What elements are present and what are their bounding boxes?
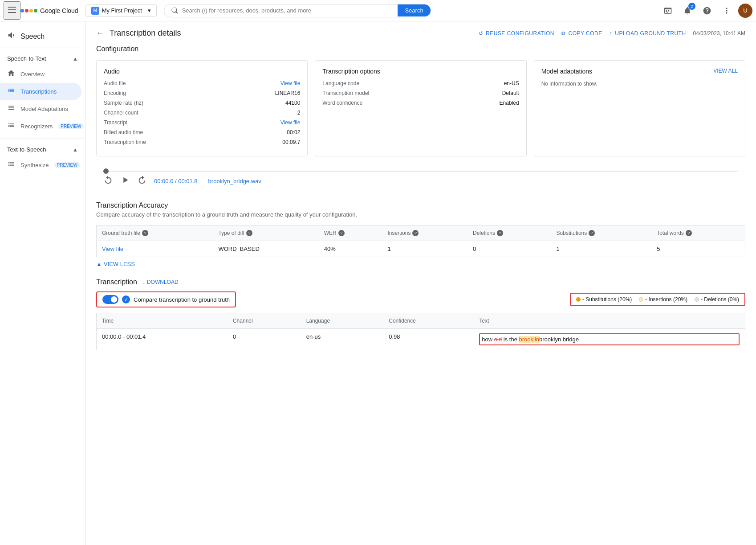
transcript-link[interactable]: View file — [280, 119, 300, 126]
google-cloud-logo: Google Cloud — [20, 7, 78, 14]
config-row-transcription-time: Transcription time 00:09.7 — [104, 139, 300, 145]
sidebar-app-name: Speech — [20, 33, 45, 41]
transcription-model-value: Default — [502, 90, 519, 96]
recognizers-icon — [7, 121, 15, 131]
search-button[interactable]: Search — [398, 4, 430, 16]
chevron-down-icon: ▾ — [148, 7, 151, 14]
channel-count-value: 2 — [297, 110, 301, 116]
substitutions-legend-label: - Substitutions (20%) — [582, 296, 632, 303]
accuracy-title: Transcription Accuracy — [96, 201, 745, 209]
channel-count-label: Channel count — [104, 110, 138, 116]
deletions-dot — [695, 297, 699, 302]
notifications-btn[interactable]: 2 — [679, 3, 695, 19]
total-words-help-icon[interactable]: ? — [686, 230, 692, 236]
nav-right: 2 U — [660, 3, 752, 19]
logo-text: Google Cloud — [40, 7, 78, 14]
row-channel: 0 — [228, 329, 301, 350]
text-how: how — [482, 336, 494, 343]
header-actions: ↺ REUSE CONFIGURATION ⧉ COPY CODE ↑ UPLO… — [479, 30, 745, 37]
view-all-button[interactable]: VIEW ALL — [713, 68, 738, 74]
no-info-text: No information to show. — [541, 81, 597, 87]
sidebar-item-label-transcriptions: Transcriptions — [20, 88, 57, 95]
project-avatar: M — [91, 7, 99, 15]
model-adaptations-title: Model adaptations — [541, 68, 738, 75]
sidebar-app-header: Speech — [0, 25, 85, 48]
text-to-speech-section[interactable]: Text-to-Speech ▲ — [0, 143, 85, 156]
sidebar: Speech Speech-to-Text ▲ Overview Transcr… — [0, 21, 85, 545]
insertions-help-icon[interactable]: ? — [412, 230, 419, 236]
download-label: DOWNLOAD — [147, 279, 179, 285]
upload-ground-truth-btn[interactable]: ↑ UPLOAD GROUND TRUTH — [610, 30, 686, 37]
search-bar: Search — [164, 4, 431, 17]
billed-time-label: Billed audio time — [104, 129, 143, 135]
compare-row: ✓ Compare transcription to ground truth … — [96, 291, 745, 307]
view-file-link[interactable]: View file — [102, 246, 123, 252]
accuracy-substitutions: 1 — [551, 241, 652, 257]
back-button[interactable]: ← — [96, 29, 104, 38]
sample-rate-value: 44100 — [285, 100, 300, 106]
copy-icon: ⧉ — [561, 30, 566, 37]
sidebar-item-overview[interactable]: Overview — [0, 66, 81, 83]
language-code-label: Language code — [322, 80, 359, 86]
text-brooklin-insertion: brooklin — [519, 336, 539, 343]
th-confidence: Confidence — [383, 313, 474, 329]
app-layout: Speech Speech-to-Text ▲ Overview Transcr… — [0, 21, 756, 545]
type-of-diff-help-icon[interactable]: ? — [246, 230, 252, 236]
sidebar-item-model-adaptations[interactable]: Model Adaptations — [0, 100, 81, 118]
sidebar-item-recognizers[interactable]: Recognizers PREVIEW — [0, 118, 81, 135]
th-wer: WER ? — [319, 225, 382, 241]
user-avatar[interactable]: U — [738, 4, 752, 18]
play-button[interactable] — [120, 175, 130, 187]
transcription-table: Time Channel Language Confidence Text 00… — [96, 313, 745, 350]
accuracy-section: Transcription Accuracy Compare accuracy … — [96, 201, 745, 267]
th-substitutions: Substitutions ? — [551, 225, 652, 241]
copy-code-btn[interactable]: ⧉ COPY CODE — [561, 30, 602, 37]
more-options-btn[interactable] — [719, 3, 735, 19]
ground-truth-help-icon[interactable]: ? — [142, 230, 148, 236]
th-type-of-diff: Type of diff ? — [213, 225, 318, 241]
insertions-dot — [639, 297, 643, 302]
sidebar-item-label-model-adaptations: Model Adaptations — [20, 106, 68, 112]
wer-help-icon[interactable]: ? — [338, 230, 345, 236]
terminal-icon-btn[interactable] — [660, 3, 676, 19]
th-deletions: Deletions ? — [467, 225, 551, 241]
forward-button[interactable] — [137, 175, 147, 187]
row-confidence: 0.98 — [383, 329, 474, 350]
reuse-label: REUSE CONFIGURATION — [486, 30, 554, 37]
project-selector[interactable]: M My First Project ▾ — [85, 4, 157, 17]
audio-file-name[interactable]: brooklyn_bridge.wav — [208, 178, 261, 184]
reuse-configuration-btn[interactable]: ↺ REUSE CONFIGURATION — [479, 30, 554, 37]
transcription-time-value: 00:09.7 — [282, 139, 300, 145]
config-row-audio-file: Audio file View file — [104, 80, 300, 86]
transcription-model-label: Transcription model — [322, 90, 369, 96]
config-row-channel-count: Channel count 2 — [104, 110, 300, 116]
recognizers-preview-badge: PREVIEW — [58, 123, 84, 129]
config-row-billed-time: Billed audio time 00:02 — [104, 129, 300, 135]
page-header: ← Transcription details ↺ REUSE CONFIGUR… — [96, 29, 745, 38]
reuse-icon: ↺ — [479, 30, 484, 37]
search-input[interactable] — [182, 7, 394, 14]
audio-file-link[interactable]: View file — [280, 80, 300, 86]
compare-toggle[interactable] — [102, 295, 118, 304]
sidebar-item-transcriptions[interactable]: Transcriptions — [0, 83, 81, 100]
rewind-button[interactable] — [103, 175, 113, 187]
accuracy-wer: 40% — [319, 241, 382, 257]
audio-player: 00:00.0 / 00:01.8 brooklyn_bridge.wav — [96, 167, 745, 191]
th-time: Time — [97, 313, 228, 329]
accuracy-table-header: Ground truth file ? Type of diff ? WER ?… — [97, 225, 745, 241]
download-button[interactable]: ↓ DOWNLOAD — [142, 279, 179, 285]
substitutions-help-icon[interactable]: ? — [589, 230, 595, 236]
deletions-help-icon[interactable]: ? — [497, 230, 503, 236]
speech-to-text-section[interactable]: Speech-to-Text ▲ — [0, 52, 85, 66]
th-insertions: Insertions ? — [382, 225, 467, 241]
progress-bar-container[interactable] — [103, 171, 738, 172]
text-bridge: bridge — [561, 336, 579, 343]
legend-insertions: - Insertions (20%) — [639, 296, 687, 303]
transcription-options-card: Transcription options Language code en-U… — [315, 60, 526, 156]
sidebar-item-synthesize[interactable]: Synthesize PREVIEW — [0, 156, 81, 174]
hamburger-menu[interactable] — [4, 1, 20, 20]
accuracy-table: Ground truth file ? Type of diff ? WER ?… — [96, 225, 745, 257]
th-language: Language — [301, 313, 384, 329]
help-btn[interactable] — [699, 3, 715, 19]
view-less-button[interactable]: ▲ VIEW LESS — [96, 261, 135, 267]
